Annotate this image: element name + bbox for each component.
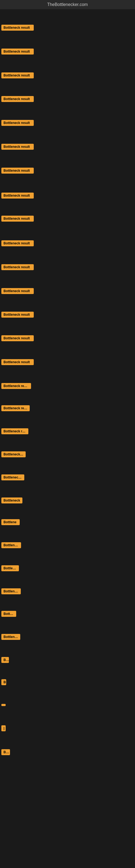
bottleneck-row: Bottleneck r [1,542,21,549]
bottleneck-row: Bottlen [1,611,16,618]
site-title: TheBottlenecker.com [0,0,135,9]
bottleneck-row: Bottleneck result [1,25,34,32]
bottleneck-row: Bottleneck re [1,452,26,458]
bottleneck-row: Bottleneck result [1,120,34,127]
bottleneck-badge[interactable]: Bottlen [1,611,16,617]
bottleneck-badge[interactable]: Bottlene [1,519,20,525]
bottleneck-badge[interactable]: Bottleneck result [1,240,34,246]
bottleneck-badge[interactable]: Bottleneck result [1,193,34,198]
bottleneck-row: Bottleneck result [1,167,34,175]
bottleneck-row: Bottleneck result [1,312,34,319]
bottleneck-badge[interactable]: Bottleneck result [1,428,28,434]
bottleneck-badge[interactable]: Bottleneck result [1,335,34,341]
bottleneck-row: Bottlene [1,519,20,526]
bottleneck-row: Bottleneck [1,497,22,504]
bottleneck-badge[interactable]: Bottleneck result [1,144,34,150]
bottleneck-row: Bottleneck result [1,383,31,390]
bottleneck-badge[interactable]: Bottleneck result [1,264,34,270]
bottleneck-row: Bottleneck result [1,96,34,103]
bottleneck-badge[interactable]: B [1,679,6,685]
bottleneck-badge[interactable]: Bottleneck result [1,288,34,294]
bottleneck-row: Bottleneck result [1,359,34,366]
bottleneck-badge[interactable]: | [1,725,6,731]
bottleneck-row: Bottleneck result [1,72,34,80]
bottleneck-badge[interactable]: Bottleneck result [1,167,34,174]
bottleneck-row: B [1,679,6,686]
bottleneck-badge[interactable]: Bo [1,657,9,663]
bottleneck-row [1,702,6,707]
bottleneck-badge[interactable] [1,704,6,706]
site-title-text: TheBottlenecker.com [47,2,88,7]
bottleneck-badge[interactable]: Bott [1,749,10,755]
bottleneck-row: Bottleneck result [1,144,34,151]
bottleneck-row: Bottleneck result [1,428,28,435]
bottleneck-badge[interactable]: Bottleneck [1,634,20,640]
bottleneck-badge[interactable]: Bottleneck result [1,216,34,222]
bottleneck-row: Bottleneck result [1,405,30,412]
bottleneck-badge[interactable]: Bottleneck result [1,49,34,55]
bottleneck-badge[interactable]: Bottleneck [1,497,22,503]
bottleneck-badge[interactable]: Bottleneck result [1,359,34,365]
bottleneck-badge[interactable]: Bottleneck result [1,25,34,31]
bottleneck-badge[interactable]: Bottleneck r [1,542,21,548]
bottleneck-row: Bottleneck result [1,288,34,295]
bottleneck-badge[interactable]: Bottleneck result [1,312,34,318]
bottleneck-row: Bottleneck result [1,264,34,271]
bottleneck-badge[interactable]: Bottleneck result [1,383,31,389]
bottleneck-row: | [1,725,6,733]
bottleneck-badge[interactable]: Bottleneck re [1,588,21,594]
bottleneck-row: Bottleneck [1,634,20,641]
bottleneck-row: Bottleneck result [1,335,34,342]
bottleneck-badge[interactable]: Bottleneck re [1,452,26,457]
bottleneck-row: Bottleneck result [1,193,34,199]
bottleneck-badge[interactable]: Bottleneck result [1,120,34,126]
bottleneck-row: Bottlenec [1,565,19,572]
bottleneck-badge[interactable]: Bottleneck resu [1,474,24,480]
bottleneck-row: Bottleneck re [1,588,21,595]
bottleneck-badge[interactable]: Bottleneck result [1,96,34,102]
bottleneck-badge[interactable]: Bottleneck result [1,72,34,79]
bottleneck-badge[interactable]: Bottlenec [1,565,19,571]
bottleneck-row: Bo [1,657,9,664]
bottleneck-row: Bottleneck resu [1,474,24,482]
bottleneck-row: Bottleneck result [1,49,34,56]
bottleneck-row: Bott [1,749,10,756]
bottleneck-row: Bottleneck result [1,216,34,223]
bottleneck-row: Bottleneck result [1,240,34,247]
bottleneck-badge[interactable]: Bottleneck result [1,405,30,411]
